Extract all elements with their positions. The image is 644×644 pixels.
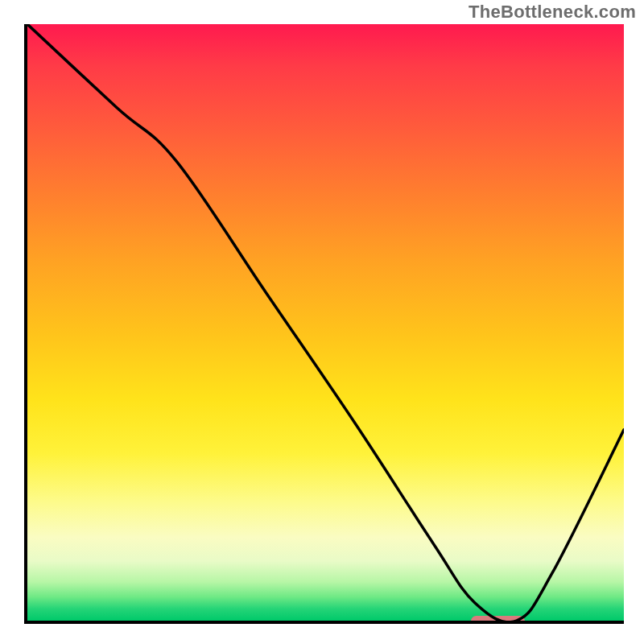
bottleneck-curve: [27, 24, 624, 622]
plot-area: [24, 24, 624, 624]
watermark-text: TheBottleneck.com: [469, 2, 636, 23]
curve-svg: [27, 24, 624, 621]
chart-container: TheBottleneck.com: [0, 0, 644, 644]
